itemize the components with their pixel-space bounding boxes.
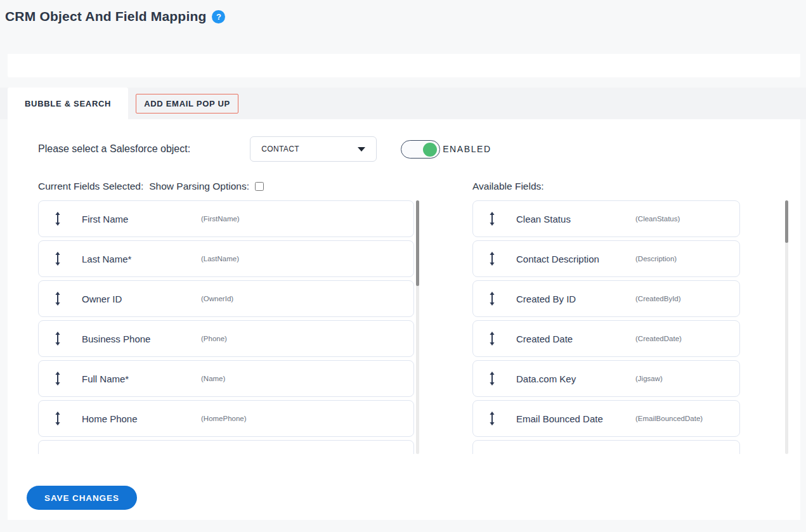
field-label: Owner ID	[82, 294, 201, 304]
page-header: CRM Object And Field Mapping ?	[0, 0, 806, 54]
scrollbar-thumb[interactable]	[785, 200, 788, 243]
field-api-name: (HomePhone)	[201, 415, 247, 422]
show-parsing-options-label: Show Parsing Options:	[149, 181, 249, 192]
toggle-knob	[423, 143, 437, 157]
enabled-toggle[interactable]	[401, 140, 440, 159]
field-card[interactable]: Home Phone (HomePhone)	[38, 400, 414, 437]
drag-handle-icon[interactable]	[489, 372, 495, 386]
field-api-name: (OwnerId)	[201, 295, 233, 302]
list-headings-row: Current Fields Selected: Show Parsing Op…	[38, 181, 800, 192]
field-card[interactable]: Data.com Key (Jigsaw)	[472, 360, 740, 397]
field-card[interactable]: Clean Status (CleanStatus)	[472, 200, 740, 237]
tab-add-email-pop-up[interactable]: ADD EMAIL POP UP	[136, 94, 238, 114]
drag-handle-icon[interactable]	[489, 412, 495, 425]
current-fields-heading: Current Fields Selected:	[38, 181, 143, 192]
drag-handle-icon[interactable]	[489, 212, 495, 226]
tab-bubble-and-search[interactable]: BUBBLE & SEARCH	[8, 88, 128, 119]
save-changes-button[interactable]: SAVE CHANGES	[27, 486, 137, 510]
object-selector-row: Please select a Salesforce object: CONTA…	[38, 136, 800, 162]
field-label: Last Name*	[82, 254, 201, 264]
save-row: SAVE CHANGES	[27, 486, 800, 510]
page-title-text: CRM Object And Field Mapping	[5, 9, 206, 24]
tab-bar: BUBBLE & SEARCH ADD EMAIL POP UP	[0, 88, 806, 119]
drag-handle-icon[interactable]	[489, 252, 495, 266]
available-fields-heading: Available Fields:	[472, 181, 544, 192]
field-card-partial[interactable]	[38, 440, 414, 454]
field-api-name: (Phone)	[201, 335, 227, 342]
field-api-name: (Jigsaw)	[635, 375, 663, 382]
current-fields-list: First Name (FirstName) Last Name* (LastN…	[38, 200, 414, 454]
field-card[interactable]: Business Phone (Phone)	[38, 320, 414, 357]
field-label: Created By ID	[516, 294, 635, 304]
current-fields-scrollbar[interactable]	[416, 200, 419, 454]
field-label: Clean Status	[516, 214, 635, 224]
salesforce-object-dropdown[interactable]: CONTACT	[250, 136, 377, 162]
field-api-name: (FirstName)	[201, 215, 240, 223]
field-label: Data.com Key	[516, 373, 635, 384]
field-card[interactable]: Last Name* (LastName)	[38, 240, 414, 277]
field-card[interactable]: Contact Description (Description)	[472, 240, 740, 277]
field-lists-row: First Name (FirstName) Last Name* (LastN…	[38, 200, 800, 454]
field-label: Contact Description	[516, 254, 635, 264]
column-spacer	[419, 200, 472, 454]
drag-handle-icon[interactable]	[55, 252, 61, 266]
show-parsing-options-checkbox[interactable]	[255, 182, 264, 191]
object-selector-label: Please select a Salesforce object:	[38, 143, 190, 155]
field-api-name: (LastName)	[201, 255, 239, 263]
field-card-partial[interactable]	[472, 440, 740, 454]
column-spacer	[740, 200, 783, 454]
field-api-name: (Name)	[201, 375, 225, 382]
field-card[interactable]: Created By ID (CreatedById)	[472, 280, 740, 317]
field-card[interactable]: Full Name* (Name)	[38, 360, 414, 397]
field-label: Full Name*	[82, 373, 201, 384]
field-card[interactable]: Created Date (CreatedDate)	[472, 320, 740, 357]
page-title: CRM Object And Field Mapping ?	[5, 9, 806, 24]
drag-handle-icon[interactable]	[55, 372, 61, 386]
drag-handle-icon[interactable]	[489, 292, 495, 306]
field-api-name: (CreatedDate)	[635, 335, 682, 342]
scrollbar-thumb[interactable]	[416, 200, 419, 286]
available-fields-list: Clean Status (CleanStatus) Contact Descr…	[472, 200, 740, 454]
drag-handle-icon[interactable]	[55, 332, 61, 346]
mapping-panel: Please select a Salesforce object: CONTA…	[8, 119, 800, 520]
current-fields-heading-group: Current Fields Selected: Show Parsing Op…	[38, 181, 472, 192]
field-label: Created Date	[516, 334, 635, 344]
field-api-name: (Description)	[635, 255, 677, 263]
field-label: Email Bounced Date	[516, 413, 635, 424]
help-icon[interactable]: ?	[212, 10, 225, 23]
field-api-name: (CleanStatus)	[635, 215, 680, 223]
enabled-toggle-label: ENABLED	[443, 144, 491, 154]
field-card[interactable]: Email Bounced Date (EmailBouncedDate)	[472, 400, 740, 437]
drag-handle-icon[interactable]	[55, 212, 61, 226]
toolbar-bar	[8, 54, 800, 77]
field-api-name: (EmailBouncedDate)	[635, 415, 703, 422]
drag-handle-icon[interactable]	[489, 332, 495, 346]
section-gap	[0, 77, 806, 88]
drag-handle-icon[interactable]	[55, 412, 61, 425]
field-label: Business Phone	[82, 334, 201, 344]
field-card[interactable]: First Name (FirstName)	[38, 200, 414, 237]
field-label: Home Phone	[82, 413, 201, 424]
field-api-name: (CreatedById)	[635, 295, 681, 302]
drag-handle-icon[interactable]	[55, 292, 61, 306]
field-card[interactable]: Owner ID (OwnerId)	[38, 280, 414, 317]
available-fields-scrollbar[interactable]	[785, 200, 788, 454]
dropdown-selected-value: CONTACT	[261, 145, 299, 153]
enabled-toggle-group: ENABLED	[401, 140, 491, 159]
field-label: First Name	[82, 214, 201, 224]
chevron-down-icon	[358, 147, 365, 152]
